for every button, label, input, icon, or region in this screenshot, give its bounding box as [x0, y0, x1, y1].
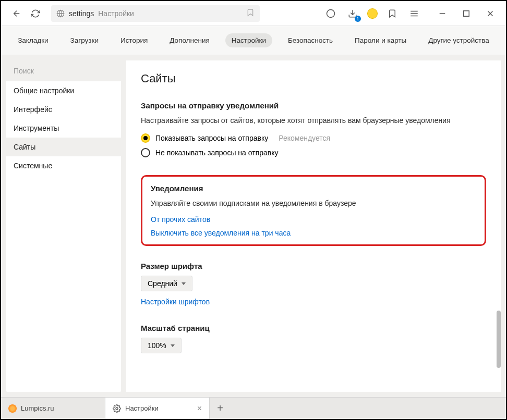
address-title: Настройки	[98, 9, 134, 18]
extension-icon[interactable]	[367, 8, 378, 19]
notifications-desc: Управляйте своими подписками на уведомле…	[151, 198, 476, 209]
requests-title: Запросы на отправку уведомлений	[141, 101, 486, 110]
radio-hint: Рекомендуется	[279, 134, 330, 142]
settings-sidebar: Поиск Общие настройки Интерфейс Инструме…	[6, 60, 121, 392]
main-area: Поиск Общие настройки Интерфейс Инструме…	[1, 55, 506, 397]
address-protocol: settings	[69, 9, 94, 18]
zoom-dropdown[interactable]: 100%	[141, 338, 182, 353]
tab-favicon	[8, 404, 17, 413]
section-notification-requests: Запросы на отправку уведомлений Настраив…	[141, 101, 486, 157]
sidebar-item-interface[interactable]: Интерфейс	[6, 100, 121, 119]
settings-top-nav: Закладки Загрузки История Дополнения Нас…	[1, 26, 506, 55]
sidebar-item-tools[interactable]: Инструменты	[6, 119, 121, 138]
radio-hide-requests[interactable]: Не показывать запросы на отправку	[141, 148, 486, 157]
radio-icon	[141, 133, 150, 143]
topnav-bookmarks[interactable]: Закладки	[11, 33, 54, 47]
topnav-addons[interactable]: Дополнения	[163, 33, 215, 47]
back-button[interactable]	[9, 6, 24, 21]
sidebar-item-sites[interactable]: Сайты	[6, 138, 121, 156]
notifications-title: Уведомления	[151, 184, 476, 193]
toolbar-right	[323, 6, 498, 21]
radio-show-requests[interactable]: Показывать запросы на отправку Рекоменду…	[141, 133, 486, 143]
topnav-other-devices[interactable]: Другие устройства	[422, 33, 496, 47]
sidebar-item-system[interactable]: Системные	[6, 156, 121, 175]
dropdown-value: 100%	[148, 341, 166, 350]
close-button[interactable]	[483, 6, 498, 21]
section-notifications-highlighted: Уведомления Управляйте своими подписками…	[141, 175, 486, 246]
topnav-downloads[interactable]: Загрузки	[64, 33, 105, 47]
new-tab-button[interactable]: +	[210, 402, 231, 414]
section-page-zoom: Масштаб страниц 100%	[141, 324, 486, 360]
topnav-passwords[interactable]: Пароли и карты	[348, 33, 413, 47]
window-controls	[435, 6, 498, 21]
topnav-security[interactable]: Безопасность	[282, 33, 339, 47]
zoom-title: Масштаб страниц	[141, 324, 486, 332]
collections-button[interactable]	[385, 6, 400, 21]
settings-content: Сайты Запросы на отправку уведомлений На…	[126, 60, 501, 392]
search-placeholder: Поиск	[14, 67, 34, 75]
address-bar[interactable]: settings Настройки	[51, 5, 260, 22]
link-other-sites[interactable]: От прочих сайтов	[151, 215, 476, 224]
close-icon[interactable]: ×	[197, 404, 202, 413]
alice-icon[interactable]	[323, 6, 338, 21]
sidebar-item-general[interactable]: Общие настройки	[6, 81, 121, 100]
tab-lumpics[interactable]: Lumpics.ru	[1, 398, 105, 419]
page-title: Сайты	[141, 72, 486, 85]
section-font-size: Размер шрифта Средний Настройки шрифтов	[141, 262, 486, 306]
dropdown-value: Средний	[148, 279, 177, 288]
svg-point-1	[327, 9, 335, 17]
menu-button[interactable]	[407, 6, 421, 21]
tab-label: Lumpics.ru	[21, 404, 54, 412]
tab-label: Настройки	[125, 404, 159, 412]
svg-point-9	[116, 407, 118, 410]
browser-tabs: Lumpics.ru Настройки × +	[1, 397, 506, 419]
topnav-history[interactable]: История	[114, 33, 154, 47]
radio-icon	[141, 148, 150, 157]
maximize-button[interactable]	[459, 6, 474, 21]
radio-label: Не показывать запросы на отправку	[155, 149, 279, 157]
svg-rect-6	[464, 10, 469, 16]
downloads-button[interactable]	[345, 6, 360, 21]
topnav-settings[interactable]: Настройки	[225, 33, 272, 47]
link-font-settings[interactable]: Настройки шрифтов	[141, 298, 486, 306]
bookmark-icon[interactable]	[246, 8, 255, 19]
requests-desc: Настраивайте запросы от сайтов, которые …	[141, 115, 486, 126]
sidebar-search[interactable]: Поиск	[6, 60, 121, 81]
globe-icon	[56, 9, 65, 18]
fontsize-title: Размер шрифта	[141, 262, 486, 270]
fontsize-dropdown[interactable]: Средний	[141, 276, 192, 291]
link-disable-3h[interactable]: Выключить все уведомления на три часа	[151, 229, 476, 237]
gear-icon	[113, 404, 121, 413]
reload-button[interactable]	[28, 6, 43, 21]
browser-toolbar: settings Настройки	[1, 1, 506, 26]
minimize-button[interactable]	[435, 6, 450, 21]
scrollbar-thumb[interactable]	[497, 311, 501, 368]
radio-label: Показывать запросы на отправку	[155, 134, 268, 142]
tab-settings[interactable]: Настройки ×	[105, 398, 210, 419]
